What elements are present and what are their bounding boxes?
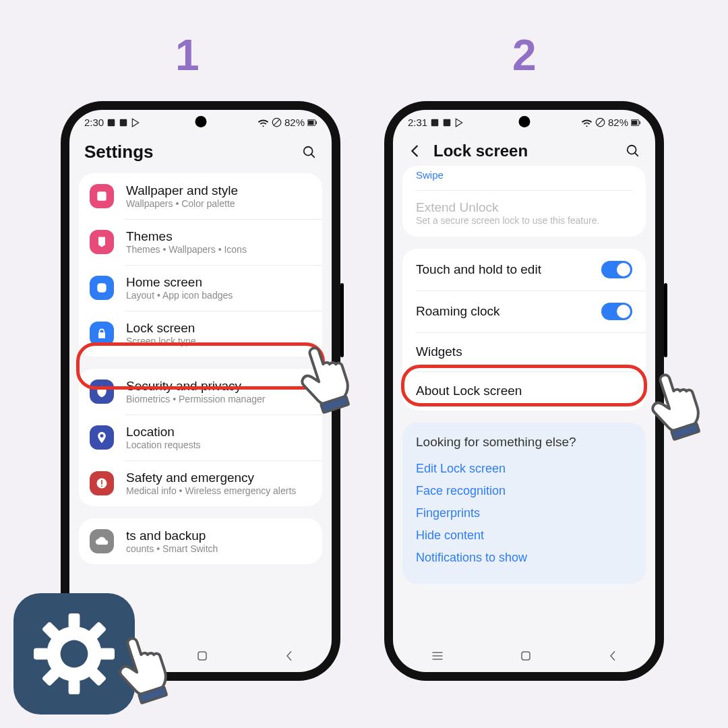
back-nav-icon[interactable] [608,650,617,662]
wifi-icon [257,118,269,127]
image-icon [430,118,439,127]
row-label: Touch and hold to edit [416,262,541,277]
toggle-on[interactable] [601,261,632,278]
link-fingerprints[interactable]: Fingerprints [416,502,632,524]
settings-group-accounts: ts and backupcounts • Smart Switch [79,518,322,564]
search-icon[interactable] [302,145,317,160]
step-number-1: 1 [175,30,200,80]
tap-indicator-1 [270,330,357,434]
row-wallpaper[interactable]: Wallpaper and styleWallpapers • Color pa… [79,173,322,219]
play-icon [454,118,464,127]
row-touch-hold[interactable]: Touch and hold to edit [402,249,646,291]
row-subtitle: Themes • Wallpapers • Icons [126,244,247,255]
camera-cutout [518,116,530,127]
wallpaper-icon [90,184,114,208]
link-edit-lock-screen[interactable]: Edit Lock screen [416,458,632,480]
wifi-icon [581,118,593,127]
svg-rect-38 [34,648,49,660]
step-number-2: 2 [512,30,537,80]
svg-rect-18 [431,119,439,126]
no-sim-icon [595,117,605,127]
svg-rect-9 [97,191,106,200]
check-icon [442,118,452,127]
svg-rect-36 [69,613,80,628]
battery-icon [631,118,640,127]
status-clock: 2:31 [408,117,427,128]
home-icon [90,276,114,300]
camera-cutout [195,116,206,127]
row-roaming-clock[interactable]: Roaming clock [402,291,646,332]
highlight-widgets [401,365,647,406]
home-nav-icon[interactable] [196,650,208,662]
row-title: Home screen [126,275,233,290]
svg-rect-17 [198,652,206,660]
sos-icon [90,471,114,495]
row-label: Widgets [416,344,462,359]
looking-for-box: Looking for something else? Edit Lock sc… [402,423,646,584]
svg-rect-12 [101,480,102,485]
search-icon[interactable] [626,144,640,158]
svg-line-26 [635,153,638,156]
row-safety[interactable]: Safety and emergencyMedical info • Wirel… [79,460,322,506]
row-title: Wallpaper and style [126,183,238,198]
row-label: Roaming clock [416,304,500,319]
header: Settings [69,128,332,173]
home-nav-icon[interactable] [520,650,532,662]
row-title: Themes [126,229,247,244]
battery-text: 82% [608,117,628,128]
back-icon[interactable] [408,144,423,158]
svg-line-8 [311,154,315,157]
settings-group-display: Wallpaper and styleWallpapers • Color pa… [79,173,322,357]
lock-type-value[interactable]: Swipe [416,169,632,181]
row-themes[interactable]: ThemesThemes • Wallpapers • Icons [79,219,322,265]
svg-line-3 [274,119,280,125]
no-sim-icon [272,117,282,127]
svg-rect-37 [69,679,80,694]
lock-type-card: Swipe Extend Unlock Set a secure screen … [402,166,646,237]
svg-rect-23 [632,120,637,124]
svg-rect-6 [316,121,317,123]
header: Lock screen [393,128,655,166]
status-clock: 2:30 [84,117,104,128]
row-subtitle: counts • Smart Switch [126,543,218,554]
themes-icon [90,230,114,254]
tap-indicator-settings [88,621,175,725]
row-subtitle: Layout • App icon badges [126,290,233,301]
back-nav-icon[interactable] [284,650,294,662]
nav-bar [393,640,655,672]
row-accounts[interactable]: ts and backupcounts • Smart Switch [79,518,322,564]
svg-rect-1 [120,119,127,126]
row-subtitle: Biometrics • Permission manager [126,394,265,404]
row-subtitle: Medical info • Wireless emergency alerts [126,485,296,496]
svg-rect-19 [444,119,451,126]
svg-rect-30 [522,652,530,660]
recent-icon[interactable] [431,650,444,661]
link-face-recognition[interactable]: Face recognition [416,480,632,502]
battery-icon [307,118,317,127]
row-title: ts and backup [126,528,218,543]
pin-icon [90,425,114,450]
extend-unlock-label: Extend Unlock [416,200,632,215]
toggle-on[interactable] [601,303,632,320]
extend-unlock-sub: Set a secure screen lock to use this fea… [416,215,632,226]
row-title: Safety and emergency [126,471,296,485]
row-subtitle: Wallpapers • Color palette [126,198,238,209]
looking-for-header: Looking for something else? [416,435,632,450]
tap-indicator-2 [620,357,708,461]
image-icon [107,118,116,127]
check-icon [119,118,128,127]
svg-point-44 [61,640,88,668]
row-home-screen[interactable]: Home screenLayout • App icon badges [79,265,322,311]
row-title: Location [126,425,201,439]
svg-rect-24 [640,121,640,123]
svg-rect-13 [101,485,102,487]
cloud-icon [90,529,114,553]
svg-rect-10 [97,283,106,292]
svg-line-21 [597,119,603,125]
play-icon [131,118,140,127]
page-title: Lock screen [433,142,615,160]
svg-rect-0 [108,119,115,126]
link-notifications[interactable]: Notifications to show [416,547,632,569]
link-hide-content[interactable]: Hide content [416,524,632,547]
row-subtitle: Location requests [126,439,201,450]
